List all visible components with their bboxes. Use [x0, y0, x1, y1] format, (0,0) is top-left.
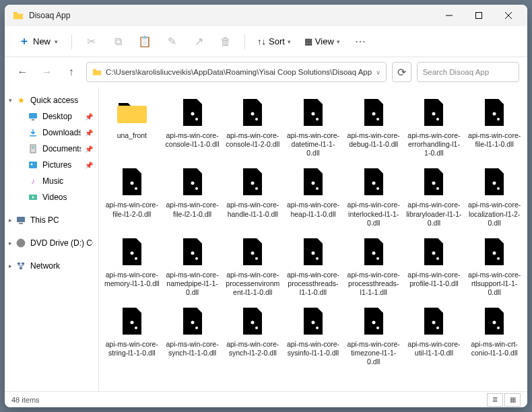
file-item[interactable]: api-ms-win-core-handle-l1-1-0.dll — [222, 163, 283, 230]
file-item[interactable]: api-ms-win-core-file-l1-2-0.dll — [102, 163, 162, 230]
folder-item[interactable]: una_front — [102, 94, 162, 160]
file-item[interactable]: api-ms-win-core-localization-l1-2-0.dll — [464, 163, 525, 230]
view-icon: ▦ — [304, 36, 312, 46]
file-item[interactable]: api-ms-win-core-string-l1-1-0.dll — [102, 302, 162, 369]
back-button[interactable]: ← — [13, 61, 32, 83]
file-item[interactable]: api-ms-win-core-libraryloader-l1-1-0.dll — [404, 163, 465, 230]
minimize-button[interactable] — [434, 5, 464, 26]
nav-this-pc[interactable]: ▸This PC — [5, 212, 98, 228]
dll-file-icon — [418, 166, 450, 198]
file-name: api-ms-win-core-console-l1-1-0.dll — [164, 131, 221, 157]
share-icon: ↗ — [187, 30, 211, 54]
file-item[interactable]: api-ms-win-core-processthreads-l1-1-1.dl… — [343, 233, 404, 300]
chevron-right-icon[interactable]: ▸ — [9, 217, 15, 224]
nav-desktop[interactable]: Desktop📌 — [5, 108, 98, 125]
disc-icon — [15, 238, 26, 248]
file-item[interactable]: api-ms-win-core-file-l2-1-0.dll — [162, 163, 223, 230]
svg-rect-18 — [30, 135, 36, 137]
file-name: api-ms-win-core-libraryloader-l1-1-0.dll — [405, 201, 462, 227]
maximize-button[interactable] — [464, 5, 494, 26]
file-item[interactable]: api-ms-win-core-file-l1-1-0.dll — [464, 94, 525, 160]
search-input[interactable]: Search Disoaq App — [417, 62, 519, 82]
svg-rect-13 — [476, 13, 482, 19]
chevron-right-icon[interactable]: ▸ — [9, 263, 15, 269]
nav-downloads[interactable]: Downloads📌 — [5, 125, 98, 141]
chevron-right-icon[interactable]: ▸ — [9, 240, 15, 246]
file-item[interactable]: api-ms-win-core-synch-l1-1-0.dll — [162, 302, 223, 369]
nav-label: Quick access — [30, 96, 78, 105]
chevron-down-icon[interactable]: ▾ — [9, 97, 15, 104]
file-name: api-ms-win-core-processthreads-l1-1-0.dl… — [285, 271, 341, 297]
file-item[interactable]: api-ms-win-core-profile-l1-1-0.dll — [404, 233, 465, 300]
file-item[interactable]: api-ms-win-crt-conio-l1-1-0.dll — [464, 302, 525, 369]
file-name: api-ms-win-core-file-l1-2-0.dll — [104, 201, 160, 226]
file-name: api-ms-win-core-handle-l1-1-0.dll — [224, 201, 281, 226]
dll-file-icon — [358, 305, 390, 337]
new-label: New — [33, 36, 51, 46]
view-button[interactable]: ▦ View ▾ — [299, 32, 345, 50]
star-icon: ★ — [15, 95, 26, 106]
nav-music[interactable]: ♪Music — [5, 173, 98, 189]
nav-label: Documents — [42, 144, 81, 153]
file-item[interactable]: api-ms-win-core-util-l1-1-0.dll — [404, 302, 465, 369]
file-item[interactable]: api-ms-win-core-sysinfo-l1-1-0.dll — [283, 302, 343, 369]
sort-label: Sort — [269, 36, 285, 46]
nav-quick-access[interactable]: ▾ ★ Quick access — [5, 92, 98, 108]
more-button[interactable]: ⋯ — [348, 30, 372, 54]
dll-file-icon — [176, 305, 209, 337]
nav-network[interactable]: ▸Network — [5, 258, 98, 274]
nav-label: This PC — [30, 215, 59, 225]
nav-dvd[interactable]: ▸DVD Drive (D:) CCCC — [5, 235, 98, 251]
file-item[interactable]: api-ms-win-core-interlocked-l1-1-0.dll — [343, 163, 404, 230]
dll-file-icon — [176, 166, 209, 198]
svg-rect-17 — [32, 119, 34, 121]
file-grid: una_frontapi-ms-win-core-console-l1-1-0.… — [102, 94, 525, 370]
file-item[interactable]: api-ms-win-core-memory-l1-1-0.dll — [102, 233, 162, 300]
file-name: api-ms-win-core-util-l1-1-0.dll — [405, 340, 462, 366]
toolbar: ＋ New ▾ ✂ ⧉ 📋 ✎ ↗ 🗑 ↑↓ Sort ▾ ▦ View ▾ ⋯ — [5, 26, 527, 57]
file-item[interactable]: api-ms-win-core-processthreads-l1-1-0.dl… — [283, 233, 343, 300]
dll-file-icon — [297, 96, 329, 129]
dll-file-icon — [297, 166, 329, 198]
up-button[interactable]: ↑ — [62, 61, 81, 83]
pin-icon: 📌 — [85, 145, 93, 153]
file-item[interactable]: api-ms-win-core-rtlsupport-l1-1-0.dll — [464, 233, 525, 300]
dll-file-icon — [478, 166, 510, 198]
file-item[interactable]: api-ms-win-core-debug-l1-1-0.dll — [343, 94, 404, 160]
svg-rect-29 — [18, 263, 20, 265]
file-item[interactable]: api-ms-win-core-processenvironment-l1-1-… — [222, 233, 283, 300]
file-item[interactable]: api-ms-win-core-console-l1-1-0.dll — [162, 94, 223, 160]
icons-view-button[interactable]: ▦ — [504, 393, 521, 407]
search-placeholder: Search Disoaq App — [423, 68, 489, 76]
nav-pictures[interactable]: Pictures📌 — [5, 157, 98, 173]
nav-label: Pictures — [42, 160, 71, 170]
file-item[interactable]: api-ms-win-core-console-l1-2-0.dll — [222, 94, 283, 160]
svg-rect-26 — [19, 223, 23, 224]
file-item[interactable]: api-ms-win-core-heap-l1-1-0.dll — [283, 163, 343, 230]
file-item[interactable]: api-ms-win-core-synch-l1-2-0.dll — [222, 302, 283, 369]
nav-videos[interactable]: Videos — [5, 189, 98, 205]
chevron-down-icon: ▾ — [288, 38, 291, 45]
details-view-button[interactable]: ≣ — [487, 393, 503, 407]
file-item[interactable]: api-ms-win-core-timezone-l1-1-0.dll — [343, 302, 404, 369]
svg-rect-25 — [17, 217, 25, 222]
explorer-window: Disoaq App ＋ New ▾ ✂ ⧉ 📋 ✎ ↗ 🗑 ↑↓ Sort ▾… — [5, 5, 527, 407]
file-item[interactable]: api-ms-win-core-namedpipe-l1-1-0.dll — [162, 233, 223, 300]
refresh-button[interactable]: ⟳ — [392, 62, 411, 82]
file-name: api-ms-win-core-namedpipe-l1-1-0.dll — [164, 271, 221, 297]
dll-file-icon — [358, 236, 390, 268]
close-button[interactable] — [494, 5, 523, 26]
file-item[interactable]: api-ms-win-core-errorhandling-l1-1-0.dll — [404, 94, 465, 160]
path-input[interactable]: C:\Users\karolisliucveikis\AppData\Roami… — [86, 62, 387, 82]
chevron-down-icon[interactable]: ∨ — [376, 69, 380, 76]
file-name: api-ms-win-core-synch-l1-1-0.dll — [164, 340, 221, 366]
new-button[interactable]: ＋ New ▾ — [13, 32, 65, 50]
file-name: api-ms-win-core-debug-l1-1-0.dll — [345, 131, 402, 157]
sort-button[interactable]: ↑↓ Sort ▾ — [252, 32, 296, 50]
nav-documents[interactable]: Documents📌 — [5, 141, 98, 157]
sort-icon: ↑↓ — [257, 36, 266, 46]
nav-label: Desktop — [42, 112, 72, 121]
file-item[interactable]: api-ms-win-core-datetime-l1-1-0.dll — [283, 94, 343, 160]
file-name: api-ms-win-core-errorhandling-l1-1-0.dll — [405, 131, 462, 158]
dll-file-icon — [236, 166, 269, 198]
